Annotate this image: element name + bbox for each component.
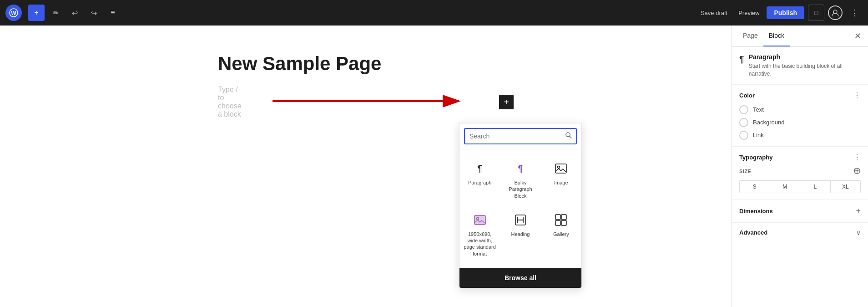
editor-content: New Sample Page Type / to choose a block [218, 53, 514, 118]
advanced-section-title: Advanced [739, 229, 767, 236]
paragraph-block-icon: ¶ [739, 54, 744, 65]
block-item-gallery[interactable]: Gallery [542, 206, 580, 262]
advanced-section-header[interactable]: Advanced ∨ [739, 229, 861, 236]
svg-line-6 [570, 136, 571, 138]
panel-close-button[interactable]: ✕ [851, 29, 864, 43]
advanced-section: Advanced ∨ [732, 223, 868, 243]
block-placeholder-text: Type / to choose a block [218, 86, 244, 118]
color-label-link: Link [753, 132, 764, 138]
block-item-label: Gallery [553, 231, 569, 237]
svg-rect-13 [555, 215, 560, 220]
typography-section: Typography ⋮ SIZE S M L XL [732, 147, 868, 200]
tab-page[interactable]: Page [737, 26, 763, 46]
block-grid: ¶ Paragraph ¶ Bulky Paragraph Block [459, 149, 581, 268]
svg-rect-16 [561, 220, 566, 225]
svg-point-8 [558, 166, 560, 169]
undo-button[interactable]: ↩ [66, 5, 83, 21]
top-toolbar: W + ✏ ↩ ↪ ≡ Save draft Preview Publish □… [0, 0, 868, 26]
color-radio-link [739, 131, 748, 140]
block-item-label: 1950x690, wide width, page standard form… [463, 231, 496, 257]
heading-icon [512, 212, 529, 228]
add-block-toolbar-button[interactable]: + [28, 5, 45, 21]
color-option-background[interactable]: Background [739, 118, 861, 127]
size-btn-m[interactable]: M [770, 181, 801, 193]
add-block-button[interactable]: + [499, 95, 514, 109]
right-panel: Page Block ✕ ¶ Paragraph Start with the … [732, 26, 868, 307]
block-info-title: Paragraph [749, 53, 861, 61]
svg-rect-9 [474, 215, 485, 225]
color-section: Color ⋮ Text Background Link [732, 85, 868, 147]
cover-icon [472, 212, 488, 228]
svg-text:W: W [11, 10, 16, 16]
color-label-background: Background [753, 119, 784, 126]
arrow-indicator [273, 92, 468, 112]
block-info-text: Paragraph Start with the basic building … [749, 53, 861, 78]
color-options: Text Background Link [739, 105, 861, 140]
block-picker-popup: ¶ Paragraph ¶ Bulky Paragraph Block [459, 123, 582, 288]
advanced-chevron-button[interactable]: ∨ [856, 229, 861, 236]
color-option-text[interactable]: Text [739, 105, 861, 114]
main-area: New Sample Page Type / to choose a block [0, 26, 868, 307]
search-icon [561, 129, 576, 143]
avatar[interactable] [828, 5, 843, 20]
color-option-link[interactable]: Link [739, 131, 861, 140]
panel-block-info: ¶ Paragraph Start with the basic buildin… [732, 47, 868, 85]
dimensions-section-header[interactable]: Dimensions + [739, 206, 861, 216]
dimensions-section-title: Dimensions [739, 208, 773, 215]
color-section-menu-button[interactable]: ⋮ [853, 91, 861, 100]
block-item-image[interactable]: Image [542, 155, 580, 205]
size-btn-s[interactable]: S [740, 181, 770, 193]
preview-button[interactable]: Preview [735, 7, 763, 19]
list-view-button[interactable]: ≡ [105, 5, 121, 21]
redo-button[interactable]: ↪ [86, 5, 102, 21]
typography-section-menu-button[interactable]: ⋮ [853, 153, 861, 162]
block-item-label: Paragraph [468, 179, 491, 186]
paragraph-icon: ¶ [472, 160, 488, 177]
bulky-paragraph-icon: ¶ [512, 160, 529, 177]
save-draft-button[interactable]: Save draft [697, 7, 731, 19]
block-item-label: Heading [511, 231, 530, 237]
panel-tabs: Page Block ✕ [732, 26, 868, 47]
color-section-title: Color [739, 92, 755, 99]
size-buttons: S M L XL [739, 180, 861, 193]
publish-button[interactable]: Publish [767, 6, 804, 19]
block-item-cover[interactable]: 1950x690, wide width, page standard form… [460, 206, 499, 262]
size-btn-xl[interactable]: XL [831, 181, 861, 193]
more-options-button[interactable]: ⋮ [846, 5, 863, 21]
size-btn-l[interactable]: L [800, 181, 831, 193]
block-picker-search-area [459, 123, 581, 149]
svg-rect-14 [561, 215, 566, 220]
typography-section-header: Typography ⋮ [739, 153, 861, 162]
dimensions-section: Dimensions + [732, 200, 868, 223]
color-section-header: Color ⋮ [739, 91, 861, 100]
color-label-text: Text [753, 106, 764, 113]
svg-rect-15 [555, 220, 560, 225]
view-toggle-button[interactable]: □ [808, 5, 824, 21]
tab-block[interactable]: Block [763, 26, 790, 46]
page-title[interactable]: New Sample Page [218, 53, 514, 75]
editor-area: New Sample Page Type / to choose a block [0, 26, 732, 307]
browse-all-button[interactable]: Browse all [459, 268, 581, 288]
svg-rect-7 [555, 164, 566, 173]
dimensions-add-button[interactable]: + [856, 206, 861, 216]
pencil-button[interactable]: ✏ [47, 5, 64, 21]
size-label: SIZE [739, 169, 751, 174]
block-item-label: Bulky Paragraph Block [504, 179, 537, 199]
block-search-input[interactable] [465, 130, 561, 143]
color-radio-text [739, 105, 748, 114]
image-icon [553, 160, 569, 177]
block-item-heading[interactable]: Heading [501, 206, 540, 262]
block-item-label: Image [554, 179, 568, 186]
block-info-description: Start with the basic building block of a… [749, 62, 861, 78]
gallery-icon [553, 212, 569, 228]
typography-section-title: Typography [739, 154, 772, 161]
wp-logo[interactable]: W [5, 5, 22, 21]
size-reset-button[interactable] [853, 167, 861, 176]
color-radio-background [739, 118, 748, 127]
block-item-paragraph[interactable]: ¶ Paragraph [460, 155, 499, 205]
typography-size-row: SIZE [739, 167, 861, 176]
block-item-bulky-paragraph[interactable]: ¶ Bulky Paragraph Block [501, 155, 540, 205]
